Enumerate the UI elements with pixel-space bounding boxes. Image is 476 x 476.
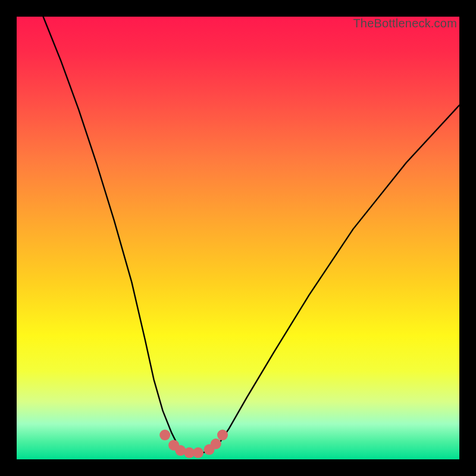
bottom-markers — [159, 430, 228, 458]
watermark: TheBottleneck.com — [353, 17, 457, 30]
bottleneck-curve — [43, 17, 459, 453]
marker-dot — [159, 430, 170, 440]
marker-dot — [217, 430, 228, 440]
plot-area — [17, 17, 459, 459]
marker-dot — [193, 447, 203, 458]
marker-dot — [211, 439, 221, 449]
chart-svg — [17, 17, 459, 459]
chart-frame: TheBottleneck.com — [0, 0, 476, 476]
